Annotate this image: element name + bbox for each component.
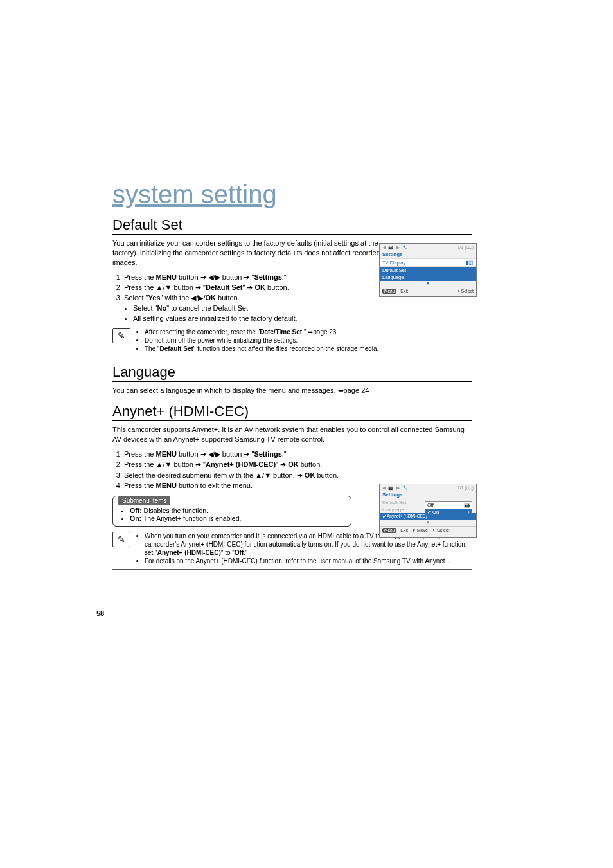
osd2-popup-on: On (432, 509, 439, 515)
submenu-items-box: Submenu items Off: Disables the function… (112, 496, 351, 527)
page-title: system setting (112, 180, 472, 209)
osd2-popup: Off📷 ✔ On♪ (425, 501, 472, 516)
step3-bullet-no: Select "No" to cancel the Default Set. (133, 303, 472, 313)
osd2-menu-tag: Menu (382, 528, 396, 533)
a-step-2: Press the ▲/▼ button ➔ "Anynet+ (HDMI-CE… (124, 460, 472, 469)
submenu-label: Submenu items (118, 496, 170, 505)
osd1-tv-display-icon: ▮◫ (466, 260, 474, 266)
osd2-move: Move (417, 528, 428, 532)
default-set-intro: You can initialize your camcorder settin… (112, 239, 382, 267)
submenu-off: Off: Disables the function. (130, 507, 344, 514)
camera-icon: 📷 (464, 502, 470, 508)
anynet-intro: This camcorder supports Anynet+. It is a… (112, 425, 472, 444)
section-anynet: Anynet+ (HDMI-CEC) (112, 403, 472, 421)
language-text: You can select a language in which to di… (112, 386, 472, 395)
osd1-settings-label: Settings (380, 251, 476, 258)
note-reset-date: After resetting the camcorder, reset the… (145, 328, 378, 336)
osd2-top-icons: ◀ 📷 ▶ 🔧 (382, 485, 409, 491)
osd1-row-default-set: Default Set (382, 267, 474, 273)
note-power: Do not turn off the power while initiali… (145, 336, 378, 345)
default-set-note: ✎ After resetting the camcorder, reset t… (112, 327, 382, 356)
section-language: Language (112, 364, 472, 382)
osd2-select: Select (437, 528, 449, 532)
submenu-on: On: The Anynet+ function is enabled. (130, 514, 344, 522)
osd2-exit: Exit (400, 528, 408, 533)
a-step-1: Press the MENU button ➔ ◀/▶ button ➔ "Se… (124, 449, 472, 459)
anynet-icon: ♪ (467, 509, 470, 515)
step-3: Select "Yes" with the ◀/▶/OK button. Sel… (124, 293, 472, 323)
osd2-top-right: 1/1 (📖) (458, 485, 474, 491)
osd1-row-tv-display: TV Display (382, 260, 466, 266)
osd1-top-right: 1/1 (📖) (458, 245, 474, 250)
page-number: 58 (96, 610, 104, 617)
osd1-select: Select (461, 289, 474, 293)
osd1-menu-tag: Menu (382, 289, 396, 294)
step3-bullet-all: All setting values are initialized to th… (133, 314, 472, 323)
osd1-top-icons: ◀ 📷 ▶ 🔧 (382, 245, 409, 250)
osd2-settings-label: Settings (380, 492, 476, 499)
osd-screenshot-anynet: ◀ 📷 ▶ 🔧 1/1 (📖) Settings Default Set Lan… (379, 484, 477, 538)
note-icon: ✎ (112, 532, 130, 547)
anynet-note-2: For details on the Anynet+ (HDMI-CEC) fu… (145, 557, 472, 565)
section-default-set: Default Set (112, 217, 472, 235)
osd1-row-language: Language (382, 275, 474, 280)
osd1-exit: Exit (400, 289, 408, 294)
a-step-3: Select the desired submenu item with the… (124, 471, 472, 480)
osd2-popup-off: Off (427, 502, 434, 508)
osd-screenshot-default-set: ◀ 📷 ▶ 🔧 1/1 (📖) Settings TV Display▮◫ De… (379, 243, 477, 297)
note-files: The "Default Set" function does not affe… (145, 345, 378, 353)
note-icon: ✎ (112, 328, 130, 343)
